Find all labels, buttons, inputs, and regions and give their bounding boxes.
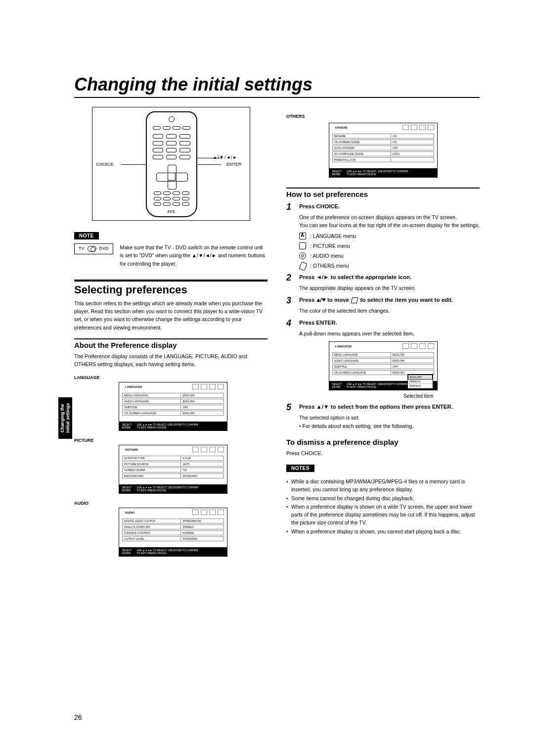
others-menu-icon xyxy=(299,262,306,269)
osd-language: LANGUAGE MENU LANGUAGEENGLISHAUDIO LANGU… xyxy=(119,382,227,431)
step2-head: Press ◄/► to select the appropriate icon… xyxy=(299,273,411,282)
notes-badge: NOTES xyxy=(286,465,314,472)
selecting-text: This section refers to the settings whic… xyxy=(74,299,267,331)
remote-brand: JVC xyxy=(147,210,196,213)
remote-diagram: ▲/▼/◄/► CHOICE ENTER JVC xyxy=(92,107,250,221)
step4-head: Press ENTER. xyxy=(299,319,337,328)
osd-picture: PICTURE MONITOR TYPE4:3 LBPICTURE SOURCE… xyxy=(119,445,227,494)
note-item: When a preference display is shown on a … xyxy=(286,503,480,526)
choice-label: CHOICE xyxy=(96,162,114,167)
notes-list: While a disc containing MP3/WMA/JPEG/MPE… xyxy=(286,478,480,535)
tv-dvd-switch: TV DVD xyxy=(74,243,113,254)
dismiss-heading: To dismiss a preference display xyxy=(286,438,480,446)
osd-dropdown-example: LANGUAGE MENU LANGUAGEENGLISHAUDIO LANGU… xyxy=(329,341,438,390)
osd-audio: AUDIO DIGITAL AUDIO OUTPUTSTREAM/PCMANAL… xyxy=(119,508,227,557)
arrows-label: ▲/▼/◄/► xyxy=(213,155,237,160)
page-title: Changing the initial settings xyxy=(74,74,480,98)
step2-body: The appropriate display appears on the T… xyxy=(299,284,480,292)
language-menu-icon xyxy=(299,233,306,239)
osd-language-label: LANGUAGE xyxy=(74,375,267,380)
picture-menu-icon xyxy=(299,242,306,249)
about-heading: About the Preference display xyxy=(74,338,267,349)
step5-body: The selected option is set. • For detail… xyxy=(299,414,480,430)
note-text: Make sure that the TV - DVD switch on th… xyxy=(120,243,267,268)
selecting-heading: Selecting preferences xyxy=(74,280,267,296)
howto-heading: How to set preferences xyxy=(286,188,480,198)
step5-head: Press ▲/▼ to select from the options the… xyxy=(299,403,453,412)
dismiss-text: Press CHOICE. xyxy=(286,449,480,457)
step3-body: The color of the selected item changes. xyxy=(299,307,480,315)
selected-item-callout: Selected item xyxy=(329,393,434,399)
page-number: 26 xyxy=(74,713,82,721)
osd-others-label: OTHERS xyxy=(286,114,480,119)
step3-head: Press / to move to select the item you w… xyxy=(299,296,453,305)
side-tab: Changing the initial settings xyxy=(58,397,72,439)
note-item: While a disc containing MP3/WMA/JPEG/MPE… xyxy=(286,478,480,494)
enter-label: ENTER xyxy=(226,162,242,167)
step1-head: Press CHOICE. xyxy=(299,202,340,211)
note-badge: NOTE xyxy=(74,232,99,239)
step1-body: One of the preference on-screen displays… xyxy=(299,213,480,230)
audio-menu-icon xyxy=(299,252,306,259)
osd-audio-label: AUDIO xyxy=(74,501,267,506)
osd-others: OTHERS RESUMEONON SCREEN GUIDEONAUTO STA… xyxy=(329,123,438,178)
note-item: When a preference display is shown, you … xyxy=(286,528,480,536)
note-item: Some items cannot be changed during disc… xyxy=(286,495,480,503)
cursor-box-icon xyxy=(351,297,358,303)
step4-body: A pull-down menu appears over the select… xyxy=(299,330,480,337)
osd-picture-label: PICTURE xyxy=(74,438,267,443)
about-text: The Preference display consists of the L… xyxy=(74,352,267,369)
